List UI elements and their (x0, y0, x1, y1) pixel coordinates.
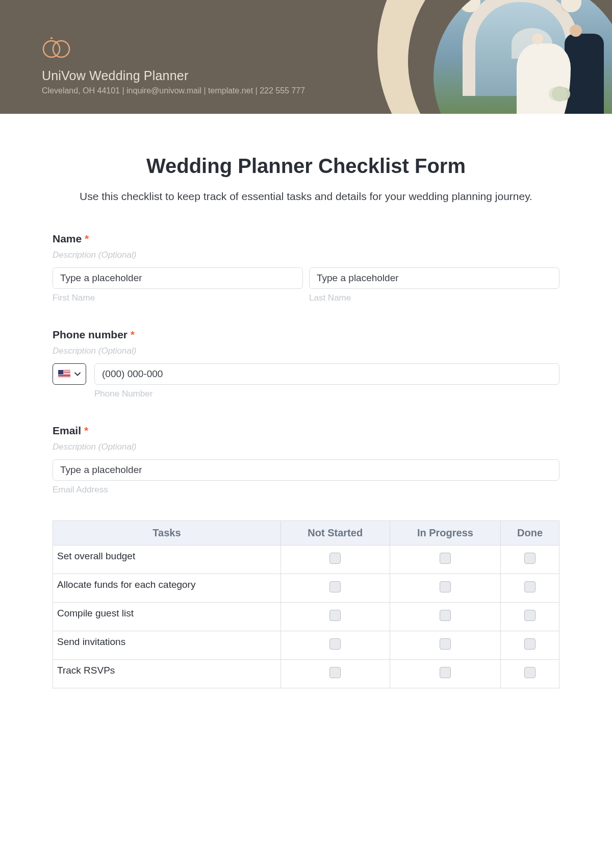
phone-description-hint: Description (Optional) (53, 346, 559, 356)
phone-label-text: Phone number (53, 329, 128, 340)
checkbox-cell (390, 545, 501, 574)
table-row: Send invitations (53, 631, 559, 660)
checkbox-cell (390, 660, 501, 688)
svg-marker-2 (50, 37, 53, 39)
required-marker: * (131, 329, 135, 340)
checkbox-done[interactable] (524, 638, 536, 650)
last-name-input[interactable] (309, 267, 559, 289)
name-label-text: Name (53, 233, 82, 244)
phone-field-group: Phone number * Description (Optional) Ph… (53, 329, 559, 399)
checkbox-in-progress[interactable] (440, 638, 451, 650)
checkbox-cell (501, 574, 559, 603)
email-label-text: Email (53, 425, 81, 436)
checkbox-cell (280, 660, 390, 688)
checkbox-in-progress[interactable] (440, 553, 451, 564)
table-row: Allocate funds for each category (53, 574, 559, 603)
checkbox-in-progress[interactable] (440, 610, 451, 621)
task-name-cell: Allocate funds for each category (53, 574, 281, 603)
checkbox-not-started[interactable] (329, 553, 341, 564)
checkbox-cell (390, 603, 501, 631)
name-description-hint: Description (Optional) (53, 250, 559, 260)
required-marker: * (84, 425, 88, 436)
checkbox-cell (280, 545, 390, 574)
phone-label: Phone number * (53, 329, 559, 341)
company-name: UniVow Wedding Planner (42, 68, 305, 83)
chevron-down-icon (74, 372, 81, 376)
email-sublabel: Email Address (53, 485, 559, 495)
checkbox-not-started[interactable] (329, 581, 341, 592)
checkbox-cell (501, 631, 559, 660)
us-flag-icon (58, 370, 70, 378)
table-row: Compile guest list (53, 603, 559, 631)
checkbox-done[interactable] (524, 667, 536, 678)
checkbox-cell (390, 631, 501, 660)
page-header: UniVow Wedding Planner Cleveland, OH 441… (0, 0, 612, 114)
task-name-cell: Compile guest list (53, 603, 281, 631)
form-content: Wedding Planner Checklist Form Use this … (0, 114, 612, 688)
task-name-cell: Send invitations (53, 631, 281, 660)
tasks-table: Tasks Not Started In Progress Done Set o… (53, 520, 559, 688)
company-contact-line: Cleveland, OH 44101 | inquire@univow.mai… (42, 86, 305, 95)
phone-number-input[interactable] (94, 363, 559, 385)
task-name-cell: Set overall budget (53, 545, 281, 574)
checkbox-not-started[interactable] (329, 667, 341, 678)
rings-logo-icon (42, 35, 74, 58)
table-row: Set overall budget (53, 545, 559, 574)
checkbox-cell (501, 603, 559, 631)
checkbox-cell (390, 574, 501, 603)
brand-block: UniVow Wedding Planner Cleveland, OH 441… (42, 35, 305, 95)
name-field-group: Name * Description (Optional) First Name… (53, 233, 559, 303)
last-name-sublabel: Last Name (309, 293, 559, 303)
checkbox-done[interactable] (524, 610, 536, 621)
checkbox-not-started[interactable] (329, 638, 341, 650)
col-header-done: Done (501, 521, 559, 545)
checkbox-cell (280, 574, 390, 603)
form-title: Wedding Planner Checklist Form (53, 155, 559, 178)
first-name-input[interactable] (53, 267, 303, 289)
checkbox-in-progress[interactable] (440, 581, 451, 592)
checkbox-in-progress[interactable] (440, 667, 451, 678)
col-header-not-started: Not Started (280, 521, 390, 545)
checkbox-done[interactable] (524, 581, 536, 592)
checkbox-not-started[interactable] (329, 610, 341, 621)
checkbox-cell (280, 603, 390, 631)
table-row: Track RSVPs (53, 660, 559, 688)
email-field-group: Email * Description (Optional) Email Add… (53, 425, 559, 495)
email-input[interactable] (53, 459, 559, 481)
col-header-tasks: Tasks (53, 521, 281, 545)
checkbox-done[interactable] (524, 553, 536, 564)
svg-point-1 (53, 41, 69, 57)
checkbox-cell (501, 660, 559, 688)
required-marker: * (85, 233, 89, 244)
checkbox-cell (280, 631, 390, 660)
hero-wedding-photo (434, 0, 612, 114)
email-description-hint: Description (Optional) (53, 442, 559, 452)
checkbox-cell (501, 545, 559, 574)
form-description: Use this checklist to keep track of esse… (53, 189, 559, 204)
task-name-cell: Track RSVPs (53, 660, 281, 688)
phone-sublabel: Phone Number (94, 389, 559, 399)
first-name-sublabel: First Name (53, 293, 303, 303)
col-header-in-progress: In Progress (390, 521, 501, 545)
svg-point-0 (43, 41, 60, 57)
email-label: Email * (53, 425, 559, 437)
country-code-selector[interactable] (53, 363, 86, 385)
name-label: Name * (53, 233, 559, 245)
